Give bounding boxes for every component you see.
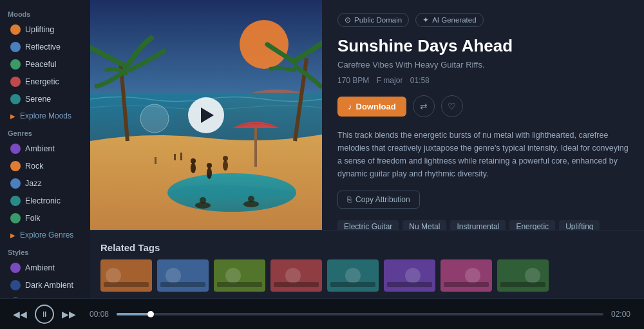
progress-fill [117, 313, 151, 315]
related-tag-thumbnail[interactable] [440, 259, 492, 292]
sidebar-item-serene[interactable]: Serene [3, 91, 88, 108]
uplifting-icon [10, 24, 21, 35]
tag-item[interactable]: Energetic [509, 220, 555, 230]
related-tags-title: Related Tags [90, 237, 644, 259]
svg-rect-17 [155, 157, 156, 164]
jazz-icon [10, 178, 21, 189]
sidebar-item-uplifting[interactable]: Uplifting [3, 21, 88, 38]
related-tags-section: Related Tags [90, 230, 644, 298]
sidebar-item-peaceful[interactable]: Peaceful [3, 56, 88, 73]
share-button[interactable]: ⇄ [413, 95, 435, 117]
action-buttons: ♪ Download ⇄ ♡ [337, 95, 629, 117]
public-domain-badge: ⊙ Public Domain [337, 13, 409, 27]
rock-icon [10, 161, 21, 171]
content-area: ⊙ Public Domain ✦ AI Generated Sunshine … [90, 0, 644, 298]
peaceful-icon [10, 59, 21, 70]
sidebar-item-electronic[interactable]: Electronic [3, 193, 88, 209]
favorite-button[interactable]: ♡ [441, 95, 463, 117]
sidebar-item-ambient-style[interactable]: Ambient [3, 259, 88, 276]
svg-point-9 [191, 163, 196, 173]
related-tag-thumbnail[interactable] [497, 259, 549, 292]
arrow-genres-icon: ▶ [10, 232, 15, 239]
svg-point-45 [525, 268, 540, 283]
sidebar-item-dark-ambient[interactable]: Dark Ambient [3, 277, 88, 294]
ambient-style-icon [10, 263, 21, 273]
track-info-panel: ⊙ Public Domain ✦ AI Generated Sunshine … [322, 0, 644, 230]
forward-button[interactable]: ▶▶ [59, 308, 79, 321]
total-time: 02:00 [611, 310, 634, 319]
current-time: 00:08 [86, 310, 109, 319]
player-bar: ◀◀ ⏸ ▶▶ 00:08 02:00 [0, 298, 644, 329]
sidebar: Moods Uplifting Reflective Peaceful Ener… [0, 0, 90, 298]
tag-item[interactable]: Electric Guitar [337, 220, 399, 230]
svg-rect-8 [254, 128, 257, 167]
tags-row-1: Electric GuitarNu MetalInstrumentalEnerg… [337, 220, 629, 230]
track-bpm: 170 BPM [337, 76, 369, 85]
track-meta: 170 BPM F major 01:58 [337, 76, 629, 85]
related-tag-thumbnail[interactable] [100, 259, 152, 292]
sidebar-item-rock[interactable]: Rock [3, 158, 88, 174]
related-tag-thumbnail[interactable] [327, 259, 379, 292]
svg-rect-34 [274, 282, 319, 287]
track-key: F major [377, 76, 403, 85]
tag-item[interactable]: Uplifting [559, 220, 600, 230]
explore-moods-button[interactable]: ▶ Explore Moods [3, 108, 88, 124]
dark-ambient-icon [10, 280, 21, 290]
related-tag-thumbnail[interactable] [270, 259, 322, 292]
svg-point-33 [285, 268, 301, 283]
svg-point-30 [225, 268, 241, 283]
explore-genres-button[interactable]: ▶ Explore Genres [3, 227, 88, 243]
album-art [90, 0, 322, 230]
progress-bar[interactable] [117, 313, 603, 315]
album-section [90, 0, 322, 230]
track-description: This track blends the energetic bursts o… [337, 129, 629, 180]
svg-point-21 [248, 196, 254, 202]
play-button[interactable] [188, 97, 224, 133]
arrow-icon: ▶ [10, 113, 15, 120]
svg-point-42 [465, 268, 480, 283]
sidebar-item-jazz[interactable]: Jazz [3, 175, 88, 192]
pause-button[interactable]: ⏸ [35, 305, 54, 324]
copy-attribution-button[interactable]: ⎘ Copy Attribution [337, 191, 420, 209]
pause-icon: ⏸ [41, 310, 48, 319]
svg-rect-40 [387, 282, 432, 287]
moods-section-label: Moods [0, 5, 90, 21]
svg-point-27 [166, 268, 181, 283]
track-subtitle: Carefree Vibes With Heavy Guitar Riffs. [337, 60, 629, 70]
heart-icon: ♡ [448, 101, 456, 111]
related-tag-thumbnail[interactable] [214, 259, 265, 292]
main-layout: Moods Uplifting Reflective Peaceful Ener… [0, 0, 644, 298]
related-tag-thumbnail[interactable] [157, 259, 209, 292]
svg-rect-43 [444, 282, 489, 287]
badges-row: ⊙ Public Domain ✦ AI Generated [337, 13, 629, 27]
sidebar-item-reflective[interactable]: Reflective [3, 39, 88, 55]
svg-point-24 [106, 268, 121, 283]
svg-point-22 [140, 104, 169, 133]
reflective-icon [10, 42, 21, 52]
related-tag-thumbnail[interactable] [384, 259, 435, 292]
play-icon [201, 108, 214, 123]
svg-rect-25 [104, 282, 149, 287]
rewind-button[interactable]: ◀◀ [10, 308, 30, 321]
tag-item[interactable]: Nu Metal [402, 220, 446, 230]
energetic-icon [10, 77, 21, 87]
svg-point-10 [191, 158, 196, 164]
folk-icon [10, 213, 21, 223]
ai-generated-badge: ✦ AI Generated [415, 13, 483, 27]
download-button[interactable]: ♪ Download [337, 97, 406, 117]
svg-point-19 [200, 197, 206, 203]
related-tags-thumbnails [90, 259, 644, 298]
sidebar-item-ambient[interactable]: Ambient [3, 140, 88, 157]
svg-rect-31 [217, 282, 262, 287]
copy-icon: ⎘ [347, 195, 352, 204]
track-duration: 01:58 [410, 76, 430, 85]
track-title: Sunshine Days Ahead [337, 36, 629, 56]
content-top: ⊙ Public Domain ✦ AI Generated Sunshine … [90, 0, 644, 230]
svg-point-14 [223, 156, 228, 161]
public-domain-icon: ⊙ [345, 15, 351, 24]
svg-rect-37 [330, 282, 375, 287]
svg-rect-46 [500, 282, 545, 287]
sidebar-item-folk[interactable]: Folk [3, 210, 88, 227]
sidebar-item-energetic[interactable]: Energetic [3, 73, 88, 90]
tag-item[interactable]: Instrumental [450, 220, 506, 230]
